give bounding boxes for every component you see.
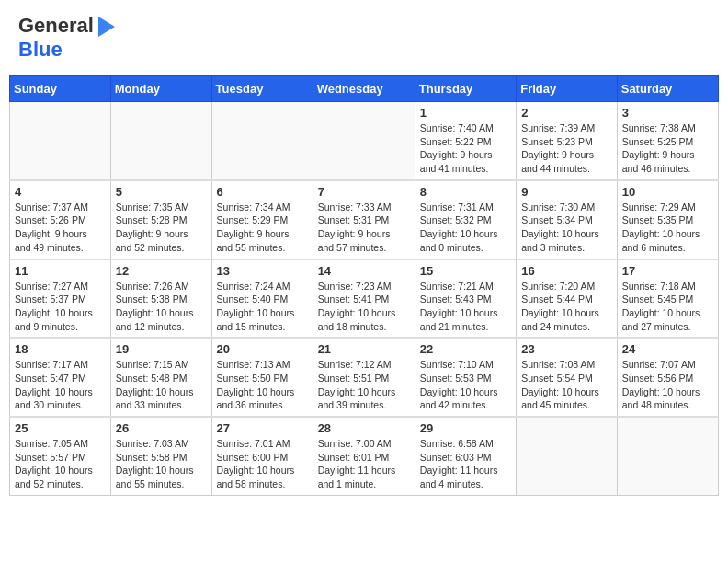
calendar-cell: 7Sunrise: 7:33 AM Sunset: 5:31 PM Daylig… (313, 180, 415, 259)
calendar-body: 1Sunrise: 7:40 AM Sunset: 5:22 PM Daylig… (10, 102, 719, 496)
day-info: Sunrise: 7:05 AM Sunset: 5:57 PM Dayligh… (15, 437, 106, 491)
day-info: Sunrise: 7:13 AM Sunset: 5:50 PM Dayligh… (217, 358, 308, 412)
day-number: 10 (622, 185, 713, 199)
day-info: Sunrise: 7:12 AM Sunset: 5:51 PM Dayligh… (318, 358, 410, 412)
day-info: Sunrise: 7:20 AM Sunset: 5:44 PM Dayligh… (521, 280, 612, 334)
day-info: Sunrise: 7:34 AM Sunset: 5:29 PM Dayligh… (217, 201, 308, 255)
day-header-wednesday: Wednesday (313, 76, 415, 102)
day-info: Sunrise: 7:18 AM Sunset: 5:45 PM Dayligh… (622, 280, 713, 334)
day-number: 17 (622, 264, 713, 278)
day-number: 6 (217, 185, 308, 199)
day-info: Sunrise: 7:15 AM Sunset: 5:48 PM Dayligh… (116, 358, 207, 412)
calendar-cell (10, 102, 111, 180)
day-info: Sunrise: 7:21 AM Sunset: 5:43 PM Dayligh… (420, 280, 511, 334)
day-number: 18 (15, 342, 106, 356)
calendar-table: SundayMondayTuesdayWednesdayThursdayFrid… (9, 75, 719, 496)
day-header-tuesday: Tuesday (211, 76, 313, 102)
calendar-cell (313, 102, 415, 180)
day-info: Sunrise: 7:26 AM Sunset: 5:38 PM Dayligh… (116, 280, 207, 334)
day-number: 22 (420, 342, 511, 356)
logo: General Blue (18, 14, 115, 62)
day-info: Sunrise: 7:30 AM Sunset: 5:34 PM Dayligh… (521, 201, 612, 255)
day-number: 19 (116, 342, 207, 356)
day-info: Sunrise: 6:58 AM Sunset: 6:03 PM Dayligh… (420, 437, 511, 491)
calendar-cell: 21Sunrise: 7:12 AM Sunset: 5:51 PM Dayli… (313, 338, 415, 417)
day-info: Sunrise: 7:40 AM Sunset: 5:22 PM Dayligh… (420, 121, 511, 176)
day-info: Sunrise: 7:00 AM Sunset: 6:01 PM Dayligh… (318, 437, 410, 491)
day-number: 8 (420, 185, 511, 199)
calendar-cell: 24Sunrise: 7:07 AM Sunset: 5:56 PM Dayli… (617, 338, 718, 417)
day-info: Sunrise: 7:08 AM Sunset: 5:54 PM Dayligh… (521, 358, 612, 412)
calendar-cell: 1Sunrise: 7:40 AM Sunset: 5:22 PM Daylig… (415, 102, 516, 180)
calendar-cell: 22Sunrise: 7:10 AM Sunset: 5:53 PM Dayli… (415, 338, 516, 417)
day-number: 28 (318, 421, 410, 435)
calendar-week-2: 4Sunrise: 7:37 AM Sunset: 5:26 PM Daylig… (10, 180, 719, 259)
calendar-cell: 26Sunrise: 7:03 AM Sunset: 5:58 PM Dayli… (110, 417, 211, 495)
logo-blue: Blue (18, 38, 63, 61)
day-number: 29 (420, 421, 511, 435)
day-number: 15 (420, 264, 511, 278)
day-number: 9 (521, 185, 612, 199)
calendar-week-5: 25Sunrise: 7:05 AM Sunset: 5:57 PM Dayli… (10, 417, 719, 495)
day-header-sunday: Sunday (10, 76, 111, 102)
day-number: 27 (217, 421, 308, 435)
calendar-cell: 8Sunrise: 7:31 AM Sunset: 5:32 PM Daylig… (415, 180, 516, 259)
day-info: Sunrise: 7:07 AM Sunset: 5:56 PM Dayligh… (622, 358, 713, 412)
logo-arrow-icon (98, 17, 115, 37)
calendar-cell (617, 417, 718, 495)
calendar-cell (211, 102, 313, 180)
calendar-cell: 4Sunrise: 7:37 AM Sunset: 5:26 PM Daylig… (10, 180, 111, 259)
calendar-cell: 14Sunrise: 7:23 AM Sunset: 5:41 PM Dayli… (313, 259, 415, 339)
day-number: 20 (217, 342, 308, 356)
day-info: Sunrise: 7:35 AM Sunset: 5:28 PM Dayligh… (116, 201, 207, 255)
day-number: 2 (521, 106, 612, 120)
calendar-cell: 16Sunrise: 7:20 AM Sunset: 5:44 PM Dayli… (517, 259, 618, 339)
day-header-monday: Monday (110, 76, 211, 102)
calendar-week-4: 18Sunrise: 7:17 AM Sunset: 5:47 PM Dayli… (10, 338, 719, 417)
day-number: 13 (217, 264, 308, 278)
day-number: 16 (521, 264, 612, 278)
calendar-week-3: 11Sunrise: 7:27 AM Sunset: 5:37 PM Dayli… (10, 259, 719, 339)
calendar-cell: 9Sunrise: 7:30 AM Sunset: 5:34 PM Daylig… (517, 180, 618, 259)
day-number: 11 (15, 264, 106, 278)
day-header-saturday: Saturday (617, 76, 718, 102)
day-number: 26 (116, 421, 207, 435)
calendar-cell: 23Sunrise: 7:08 AM Sunset: 5:54 PM Dayli… (517, 338, 618, 417)
day-number: 24 (622, 342, 713, 356)
day-info: Sunrise: 7:27 AM Sunset: 5:37 PM Dayligh… (15, 280, 106, 334)
calendar-cell: 28Sunrise: 7:00 AM Sunset: 6:01 PM Dayli… (313, 417, 415, 495)
calendar-cell (517, 417, 618, 495)
day-info: Sunrise: 7:39 AM Sunset: 5:23 PM Dayligh… (521, 121, 612, 176)
calendar-cell: 12Sunrise: 7:26 AM Sunset: 5:38 PM Dayli… (110, 259, 211, 339)
calendar-cell: 2Sunrise: 7:39 AM Sunset: 5:23 PM Daylig… (517, 102, 618, 180)
day-info: Sunrise: 7:17 AM Sunset: 5:47 PM Dayligh… (15, 358, 106, 412)
day-info: Sunrise: 7:37 AM Sunset: 5:26 PM Dayligh… (15, 201, 106, 255)
calendar-cell: 10Sunrise: 7:29 AM Sunset: 5:35 PM Dayli… (617, 180, 718, 259)
calendar-cell: 20Sunrise: 7:13 AM Sunset: 5:50 PM Dayli… (211, 338, 313, 417)
calendar-cell: 27Sunrise: 7:01 AM Sunset: 6:00 PM Dayli… (211, 417, 313, 495)
day-info: Sunrise: 7:24 AM Sunset: 5:40 PM Dayligh… (217, 280, 308, 334)
calendar-header-row: SundayMondayTuesdayWednesdayThursdayFrid… (10, 76, 719, 102)
day-number: 21 (318, 342, 410, 356)
calendar-cell: 15Sunrise: 7:21 AM Sunset: 5:43 PM Dayli… (415, 259, 516, 339)
day-number: 25 (15, 421, 106, 435)
day-number: 23 (521, 342, 612, 356)
calendar-cell: 17Sunrise: 7:18 AM Sunset: 5:45 PM Dayli… (617, 259, 718, 339)
calendar-week-1: 1Sunrise: 7:40 AM Sunset: 5:22 PM Daylig… (10, 102, 719, 180)
day-number: 1 (420, 106, 511, 120)
page-header: General Blue (9, 9, 719, 66)
day-number: 5 (116, 185, 207, 199)
day-info: Sunrise: 7:03 AM Sunset: 5:58 PM Dayligh… (116, 437, 207, 491)
day-header-thursday: Thursday (415, 76, 516, 102)
calendar-cell (110, 102, 211, 180)
calendar-cell: 3Sunrise: 7:38 AM Sunset: 5:25 PM Daylig… (617, 102, 718, 180)
calendar-cell: 25Sunrise: 7:05 AM Sunset: 5:57 PM Dayli… (10, 417, 111, 495)
day-info: Sunrise: 7:23 AM Sunset: 5:41 PM Dayligh… (318, 280, 410, 334)
day-info: Sunrise: 7:31 AM Sunset: 5:32 PM Dayligh… (420, 201, 511, 255)
calendar-cell: 18Sunrise: 7:17 AM Sunset: 5:47 PM Dayli… (10, 338, 111, 417)
day-info: Sunrise: 7:01 AM Sunset: 6:00 PM Dayligh… (217, 437, 308, 491)
calendar-cell: 5Sunrise: 7:35 AM Sunset: 5:28 PM Daylig… (110, 180, 211, 259)
calendar-cell: 19Sunrise: 7:15 AM Sunset: 5:48 PM Dayli… (110, 338, 211, 417)
day-number: 7 (318, 185, 410, 199)
day-number: 3 (622, 106, 713, 120)
